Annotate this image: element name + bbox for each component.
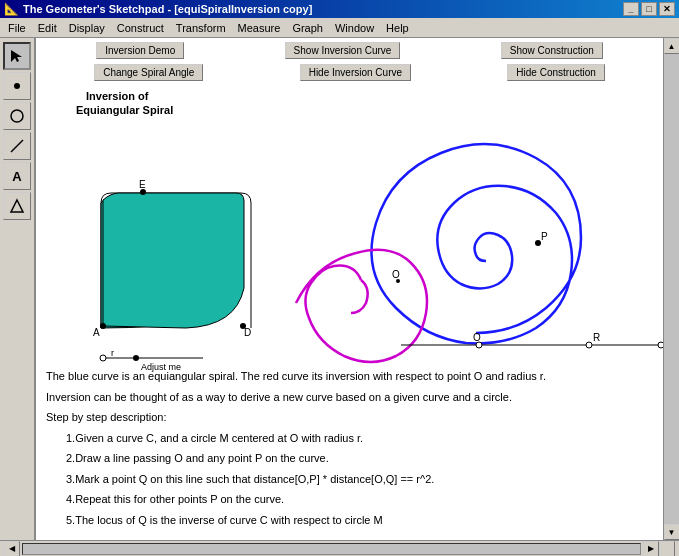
window-title: The Geometer's Sketchpad - [equiSpiralIn… bbox=[23, 3, 623, 15]
minimize-button[interactable]: _ bbox=[623, 2, 639, 16]
menu-construct[interactable]: Construct bbox=[111, 20, 170, 36]
corner-resize bbox=[659, 541, 675, 557]
svg-marker-4 bbox=[11, 200, 23, 212]
svg-text:D: D bbox=[244, 327, 251, 338]
app-icon: 📐 bbox=[4, 2, 19, 16]
text-description: The blue curve is an equiangular spiral.… bbox=[46, 368, 653, 540]
show-inversion-curve-button[interactable]: Show Inversion Curve bbox=[285, 42, 401, 59]
svg-point-2 bbox=[11, 110, 23, 122]
description-line1: The blue curve is an equiangular spiral.… bbox=[46, 368, 653, 385]
svg-point-25 bbox=[658, 342, 663, 348]
svg-point-23 bbox=[586, 342, 592, 348]
change-spiral-angle-button[interactable]: Change Spiral Angle bbox=[94, 64, 203, 81]
description-line2: Inversion can be thought of as a way to … bbox=[46, 389, 653, 406]
hide-construction-button[interactable]: Hide Construction bbox=[507, 64, 604, 81]
scroll-right-button[interactable]: ▶ bbox=[643, 541, 659, 557]
step-1: 1.Given a curve C, and a circle M center… bbox=[66, 430, 653, 447]
maximize-button[interactable]: □ bbox=[641, 2, 657, 16]
scrollbar-vertical[interactable]: ▲ ▼ bbox=[663, 38, 679, 540]
svg-point-13 bbox=[133, 355, 139, 361]
svg-point-12 bbox=[100, 355, 106, 361]
sketch-drawing-area[interactable]: E A D r Adjust me bbox=[36, 88, 663, 368]
point-tool[interactable] bbox=[3, 72, 31, 100]
statusbar: ◀ ▶ bbox=[0, 540, 679, 556]
toolbar-left: A bbox=[0, 38, 36, 540]
menu-window[interactable]: Window bbox=[329, 20, 380, 36]
hide-inversion-curve-button[interactable]: Hide Inversion Curve bbox=[300, 64, 411, 81]
svg-text:A: A bbox=[93, 327, 100, 338]
svg-text:P: P bbox=[541, 231, 548, 242]
close-button[interactable]: ✕ bbox=[659, 2, 675, 16]
svg-text:O: O bbox=[473, 332, 481, 343]
show-construction-button[interactable]: Show Construction bbox=[501, 42, 603, 59]
compass-tool[interactable] bbox=[3, 102, 31, 130]
text-tool[interactable]: A bbox=[3, 162, 31, 190]
top-buttons: Inversion Demo Show Inversion Curve Show… bbox=[36, 42, 663, 59]
arrow-tool[interactable] bbox=[3, 42, 31, 70]
step-5: 5.The locus of Q is the inverse of curve… bbox=[66, 512, 653, 529]
sketch-content[interactable]: Inversion Demo Show Inversion Curve Show… bbox=[36, 38, 663, 540]
svg-text:R: R bbox=[593, 332, 600, 343]
custom-tool[interactable] bbox=[3, 192, 31, 220]
inversion-demo-button[interactable]: Inversion Demo bbox=[96, 42, 184, 59]
menu-edit[interactable]: Edit bbox=[32, 20, 63, 36]
scrollbar-horizontal[interactable] bbox=[22, 543, 641, 555]
description-line3: Step by step description: bbox=[46, 409, 653, 426]
step-2: 2.Draw a line passing O and any point P … bbox=[66, 450, 653, 467]
menu-display[interactable]: Display bbox=[63, 20, 111, 36]
menu-file[interactable]: File bbox=[2, 20, 32, 36]
svg-marker-0 bbox=[11, 50, 22, 62]
svg-text:r: r bbox=[111, 348, 114, 358]
menu-transform[interactable]: Transform bbox=[170, 20, 232, 36]
drag-instruction-1: Drag O to change its position. bbox=[46, 536, 653, 540]
svg-line-3 bbox=[11, 140, 23, 152]
main-area: A Inversion Demo Show Inversion Curve Sh… bbox=[0, 38, 679, 540]
menu-help[interactable]: Help bbox=[380, 20, 415, 36]
scroll-up-button[interactable]: ▲ bbox=[664, 38, 680, 54]
scroll-track-vertical[interactable] bbox=[664, 54, 679, 524]
scroll-left-button[interactable]: ◀ bbox=[4, 541, 20, 557]
titlebar: 📐 The Geometer's Sketchpad - [equiSpiral… bbox=[0, 0, 679, 18]
menu-measure[interactable]: Measure bbox=[232, 20, 287, 36]
svg-point-1 bbox=[14, 83, 20, 89]
menu-graph[interactable]: Graph bbox=[286, 20, 329, 36]
line-tool[interactable] bbox=[3, 132, 31, 160]
menubar: File Edit Display Construct Transform Me… bbox=[0, 18, 679, 38]
scroll-down-button[interactable]: ▼ bbox=[664, 524, 680, 540]
svg-point-7 bbox=[100, 323, 106, 329]
svg-text:E: E bbox=[139, 179, 146, 190]
svg-text:O: O bbox=[392, 269, 400, 280]
step-3: 3.Mark a point Q on this line such that … bbox=[66, 471, 653, 488]
step-4: 4.Repeat this for other points P on the … bbox=[66, 491, 653, 508]
